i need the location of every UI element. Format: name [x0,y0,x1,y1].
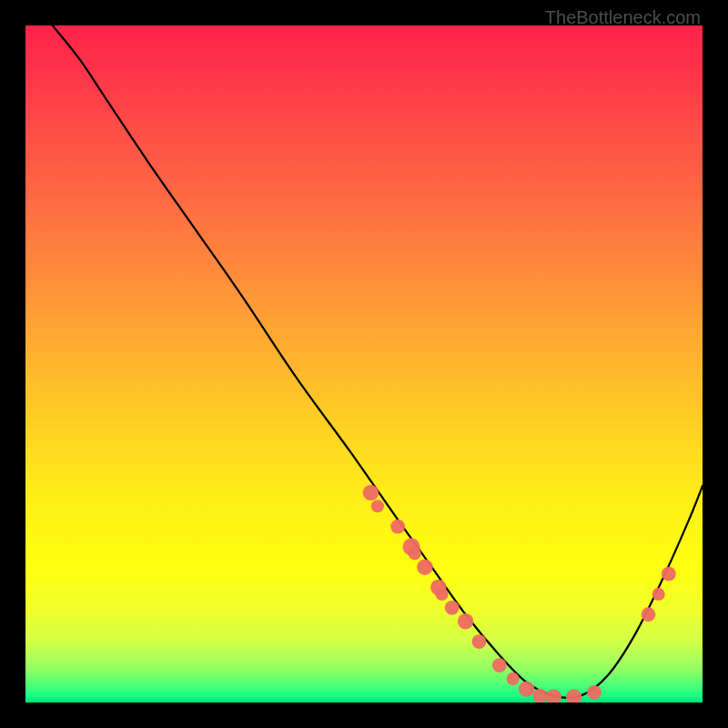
data-markers [363,485,676,703]
data-marker [445,601,460,615]
chart-stage: TheBottleneck.com [0,0,728,728]
watermark-text: TheBottleneck.com [545,7,701,28]
data-marker [519,681,534,696]
data-marker [363,485,379,500]
data-marker [652,588,665,601]
data-marker [533,689,548,703]
data-marker [566,689,581,703]
data-marker [642,607,656,622]
bottleneck-curve [53,25,703,698]
data-marker [492,658,507,672]
data-marker [435,588,448,601]
data-marker [507,672,520,685]
data-marker [417,559,432,574]
curve-svg [25,25,703,703]
data-marker [458,613,473,629]
plot-area [25,25,703,703]
data-marker [587,685,602,700]
data-marker [409,547,421,560]
data-marker [472,634,487,649]
data-marker [390,520,405,534]
data-marker [546,689,561,703]
data-marker [662,567,676,581]
data-marker [371,500,384,512]
